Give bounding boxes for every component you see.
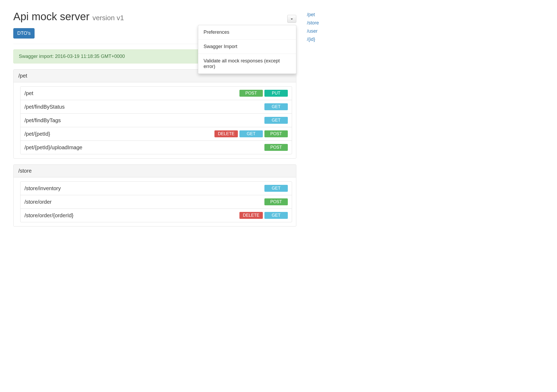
method-badge-get[interactable]: GET (264, 185, 288, 192)
method-badge-get[interactable]: GET (264, 117, 288, 124)
route-path[interactable]: /store/inventory (24, 185, 61, 191)
route-list: /petPOSTPUT/pet/findByStatusGET/pet/find… (20, 86, 292, 154)
route-path[interactable]: /store/order (24, 199, 52, 205)
method-badge-post[interactable]: POST (264, 198, 288, 205)
route-path[interactable]: /store/order/{orderId} (24, 212, 74, 219)
route-row: /pet/findByStatusGET (20, 100, 292, 114)
sidebar-link[interactable]: /pet (307, 12, 339, 18)
menu-item-swagger-import[interactable]: Swagger Import (198, 40, 296, 54)
route-path[interactable]: /pet (24, 90, 33, 96)
method-badge-get[interactable]: GET (239, 130, 263, 137)
method-badges: GET (264, 103, 288, 110)
route-path[interactable]: /pet/findByTags (24, 117, 61, 123)
method-badge-get[interactable]: GET (264, 103, 288, 110)
method-badge-post[interactable]: POST (264, 130, 288, 137)
menu-item-validate-mocks[interactable]: Validate all mock responses (except erro… (198, 54, 296, 74)
method-badges: POSTPUT (239, 90, 288, 97)
caret-down-icon (291, 19, 293, 20)
route-row: /store/inventoryGET (20, 182, 292, 195)
page-title: Api mock server version v1 (13, 11, 124, 23)
page-header: Api mock server version v1 Preferences S… (13, 11, 296, 23)
dtos-button[interactable]: DTO's (13, 28, 35, 39)
method-badge-get[interactable]: GET (264, 212, 288, 219)
route-row: /store/orderPOST (20, 195, 292, 209)
options-dropdown-menu: Preferences Swagger Import Validate all … (198, 25, 296, 74)
method-badges: GET (264, 117, 288, 124)
sidebar-link[interactable]: /user (307, 28, 339, 34)
route-path[interactable]: /pet/{petId}/uploadImage (24, 144, 82, 151)
options-dropdown-toggle[interactable] (287, 15, 296, 23)
route-row: /pet/{petId}/uploadImagePOST (20, 141, 292, 154)
route-row: /pet/findByTagsGET (20, 114, 292, 127)
method-badges: POST (264, 198, 288, 205)
route-group-panel: /store/store/inventoryGET/store/orderPOS… (13, 164, 296, 227)
route-group-heading[interactable]: /store (14, 165, 296, 177)
route-path[interactable]: /pet/findByStatus (24, 104, 65, 110)
method-badges: POST (264, 144, 288, 151)
method-badge-delete[interactable]: DELETE (214, 130, 238, 137)
method-badges: DELETEGETPOST (214, 130, 288, 137)
method-badge-delete[interactable]: DELETE (239, 212, 263, 219)
sidebar-link[interactable]: /{id} (307, 37, 339, 42)
route-row: /store/order/{orderId}DELETEGET (20, 209, 292, 222)
title-text: Api mock server (13, 11, 90, 22)
method-badges: DELETEGET (239, 212, 288, 219)
method-badge-put[interactable]: PUT (264, 90, 288, 97)
sidebar-nav: /pet/store/user/{id} (296, 5, 339, 232)
route-group-panel: /pet/petPOSTPUT/pet/findByStatusGET/pet/… (13, 69, 296, 159)
method-badge-post[interactable]: POST (239, 90, 263, 97)
route-row: /pet/{petId}DELETEGETPOST (20, 127, 292, 141)
menu-item-preferences[interactable]: Preferences (198, 25, 296, 39)
method-badge-post[interactable]: POST (264, 144, 288, 151)
method-badges: GET (264, 185, 288, 192)
route-row: /petPOSTPUT (20, 87, 292, 100)
sidebar-link[interactable]: /store (307, 20, 339, 26)
route-list: /store/inventoryGET/store/orderPOST/stor… (20, 181, 292, 222)
route-path[interactable]: /pet/{petId} (24, 131, 50, 137)
version-label: version v1 (92, 14, 124, 22)
